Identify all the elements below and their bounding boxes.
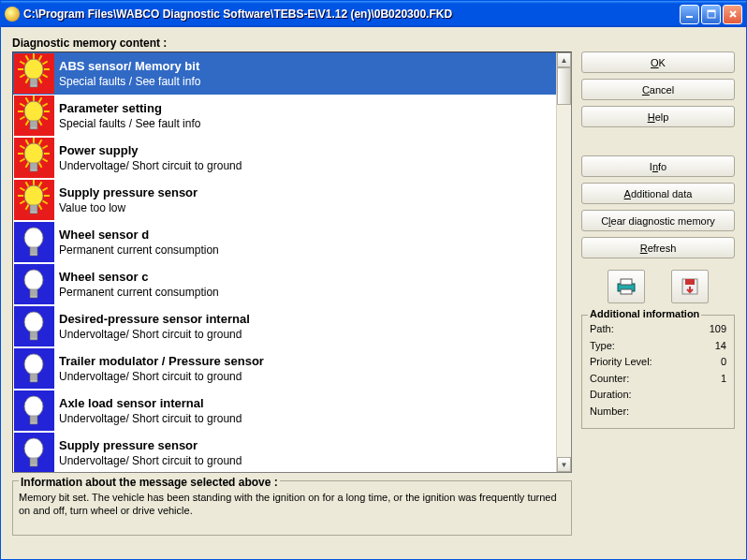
fault-row[interactable]: Wheel sensor dPermanent current consumpt… [13,221,556,263]
type-value: 14 [715,338,726,355]
svg-rect-35 [30,121,37,129]
left-column: Diagnostic memory content : ABS sensor/ … [12,37,572,550]
svg-point-100 [24,396,43,417]
fault-row[interactable]: Power supplyUndervoltage/ Short circuit … [13,137,556,179]
help-button[interactable]: Help [581,106,735,127]
close-icon [728,9,738,19]
fault-title: Desired-pressure sensor internal [59,311,250,328]
svg-point-94 [24,354,43,375]
priority-label: Priority Level: [590,354,652,371]
svg-point-16 [24,59,43,80]
fault-desc: Value too low [59,200,198,215]
window-title: C:\Program Files\WABCO Diagnostic Softwa… [23,7,680,21]
bulb-icon [13,347,55,390]
path-label: Path: [590,321,614,338]
fault-row[interactable]: Supply pressure sensorUndervoltage/ Shor… [13,432,556,472]
fault-title: Parameter setting [59,100,200,117]
fault-title: Wheel sensor d [59,227,219,243]
close-button[interactable] [723,5,742,24]
scroll-up-button[interactable]: ▲ [557,52,571,67]
message-info-text: Memory bit set. The vehicle has been sta… [19,491,565,518]
fault-row[interactable]: Trailer modulator / Pressure sensorUnder… [13,347,556,390]
additional-info-box: Additional information Path: 109 Type: 1… [581,315,735,429]
ok-button[interactable]: OK [581,52,735,73]
fault-title: Power supply [59,142,242,159]
additional-info-legend: Additional information [588,308,701,319]
bulb-icon [13,432,55,472]
fault-desc: Permanent current consumption [59,285,219,300]
svg-rect-101 [30,416,37,424]
fault-desc: Undervoltage/ Short circuit to ground [59,327,250,342]
svg-rect-115 [685,279,695,285]
priority-value: 0 [721,354,726,371]
refresh-button[interactable]: Refresh [581,237,735,258]
scroll-down-button[interactable]: ▼ [557,457,571,472]
clear-diagnostic-memory-button[interactable]: Clear diagnostic memory [581,210,735,231]
fault-text: Wheel sensor dPermanent current consumpt… [55,227,219,258]
fault-text: Supply pressure sensorValue too low [55,184,198,216]
svg-point-88 [24,312,43,332]
fault-text: Wheel sensor cPermanent current consumpt… [55,269,219,301]
save-button[interactable] [671,270,709,303]
fault-text: Axle load sensor internalUndervoltage/ S… [55,395,242,427]
path-row: Path: 109 [590,321,726,338]
fault-desc: Special faults / See fault info [59,116,200,131]
fault-desc: Undervoltage/ Short circuit to ground [59,453,242,468]
printer-icon [615,277,637,296]
scroll-thumb[interactable] [557,67,571,105]
fault-title: Supply pressure sensor [59,184,198,201]
print-button[interactable] [608,270,645,303]
fault-title: Wheel sensor c [59,269,219,286]
counter-value: 1 [721,371,726,388]
svg-rect-83 [30,289,37,298]
svg-point-76 [24,228,43,248]
fault-desc: Undervoltage/ Short circuit to ground [59,158,242,173]
fault-row[interactable]: ABS sensor/ Memory bitSpecial faults / S… [13,52,556,95]
svg-rect-112 [621,279,632,285]
fault-row[interactable]: Wheel sensor cPermanent current consumpt… [13,263,556,305]
bulb-icon [13,179,55,221]
bulb-icon [13,263,55,305]
type-row: Type: 14 [590,338,726,355]
bulb-icon [13,137,55,179]
additional-data-button[interactable]: Additional data [581,183,735,204]
fault-list-items: ABS sensor/ Memory bitSpecial faults / S… [13,52,556,472]
fault-row[interactable]: Desired-pressure sensor internalUndervol… [13,305,556,347]
path-value: 109 [710,321,726,338]
bulb-icon [13,390,55,432]
fault-row[interactable]: Supply pressure sensorValue too low [13,179,556,221]
info-button[interactable]: Info [581,155,735,177]
bulb-icon [13,95,55,137]
minimize-icon [685,9,695,19]
scroll-track[interactable] [557,67,571,457]
svg-rect-71 [30,205,37,214]
fault-desc: Undervoltage/ Short circuit to ground [59,411,242,426]
app-icon [5,7,20,22]
fault-listbox[interactable]: ABS sensor/ Memory bitSpecial faults / S… [12,52,572,473]
svg-rect-107 [30,458,37,466]
duration-label: Duration: [590,387,632,404]
svg-rect-0 [686,16,693,18]
maximize-icon [707,9,716,19]
svg-rect-17 [30,79,37,87]
fault-row[interactable]: Parameter settingSpecial faults / See fa… [13,95,556,137]
bulb-icon [13,52,55,95]
svg-rect-89 [30,332,37,340]
svg-rect-53 [30,163,37,171]
fault-row[interactable]: Axle load sensor internalUndervoltage/ S… [13,390,556,432]
icon-button-row [581,270,735,303]
main-window: C:\Program Files\WABCO Diagnostic Softwa… [0,0,747,560]
svg-rect-95 [30,374,37,382]
fault-text: Power supplyUndervoltage/ Short circuit … [55,142,242,174]
maximize-button[interactable] [701,5,721,24]
svg-point-34 [24,101,43,122]
save-icon [679,277,701,296]
svg-rect-77 [30,247,37,256]
scrollbar[interactable]: ▲ ▼ [556,52,571,472]
fault-text: Parameter settingSpecial faults / See fa… [55,100,200,132]
fault-text: Supply pressure sensorUndervoltage/ Shor… [55,437,242,469]
cancel-button[interactable]: Cancel [581,79,735,100]
type-label: Type: [590,338,615,355]
minimize-button[interactable] [680,5,699,24]
bulb-icon [13,221,55,263]
